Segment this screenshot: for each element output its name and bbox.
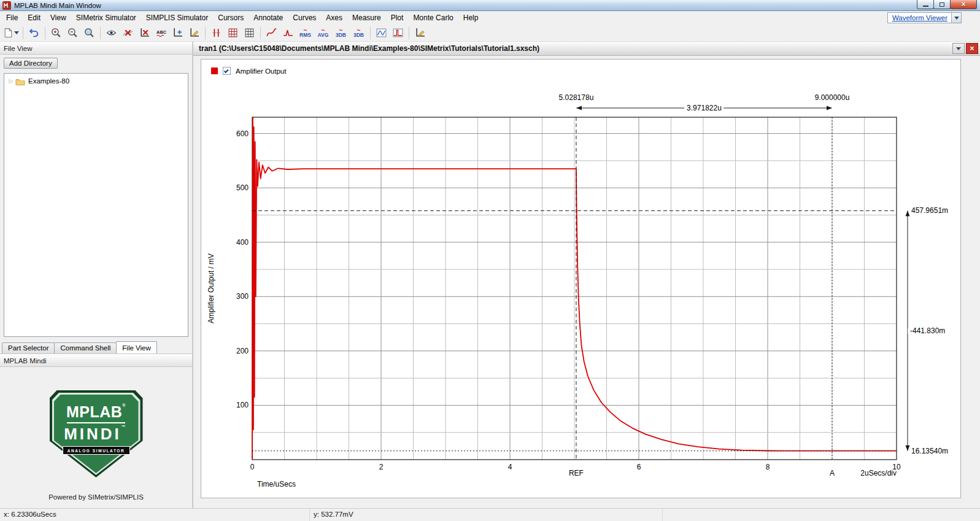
y-tick-label: 600	[236, 129, 249, 138]
measure-avg-button[interactable]: ~AVG	[315, 26, 331, 41]
grid-options-button[interactable]	[242, 26, 257, 41]
delete-curve-icon	[123, 28, 133, 38]
logo-banner: ANALOG SIMULATOR	[63, 446, 130, 455]
menu-item-simplis-simulator[interactable]: SIMPLIS Simulator	[141, 12, 213, 24]
menu-item-edit[interactable]: Edit	[23, 12, 45, 24]
edit-axis-button[interactable]	[187, 26, 202, 41]
menu-item-curves[interactable]: Curves	[288, 12, 321, 24]
axis-pencil-icon	[189, 28, 199, 38]
status-x-readout: x: 6.23306uSecs	[0, 509, 310, 521]
toolbar-separator	[260, 27, 261, 39]
add-directory-button[interactable]: Add Directory	[4, 58, 58, 69]
arrow-down-icon	[906, 446, 910, 451]
graph-grid-button[interactable]	[225, 26, 241, 41]
menu-item-monte-carlo[interactable]: Monte Carlo	[408, 12, 458, 24]
undo-button[interactable]	[26, 26, 42, 41]
tree-item-examples-80[interactable]: ▷ Examples-80	[4, 75, 188, 87]
add-directory-row: Add Directory	[0, 55, 192, 73]
menu-item-plot[interactable]: Plot	[386, 12, 409, 24]
curve-measure-button[interactable]	[264, 26, 279, 41]
chevron-down-icon	[14, 31, 19, 34]
zoom-in-icon	[51, 28, 61, 38]
measure-rms-button[interactable]: ~RMS	[297, 26, 314, 41]
tab-file-view[interactable]: File View	[116, 341, 156, 353]
cursor-ref-x-value: 5.028178u	[559, 93, 594, 102]
menu-item-axes[interactable]: Axes	[321, 12, 347, 24]
folder-icon	[15, 77, 25, 85]
add-axis-button[interactable]	[170, 26, 185, 41]
document-menu-button[interactable]	[952, 43, 965, 54]
menu-item-view[interactable]: View	[45, 12, 71, 24]
delete-curve-button[interactable]	[120, 26, 136, 41]
close-button[interactable]: ×	[950, 0, 977, 9]
measure-3db-low-button[interactable]: ~3DB	[333, 26, 349, 41]
zoom-in-button[interactable]	[48, 26, 64, 41]
menu-item-simetrix-simulator[interactable]: SIMetrix Simulator	[71, 12, 141, 24]
y-tick-label: 300	[236, 292, 249, 301]
checkmark-icon	[224, 68, 229, 73]
logo-mplab-text: MPLAB®	[50, 403, 143, 421]
transient-plot-button[interactable]	[390, 26, 406, 41]
arrow-up-icon	[906, 210, 910, 216]
toolbar-separator	[45, 27, 45, 39]
zoom-fit-button[interactable]	[82, 26, 97, 41]
title-bar: MPLAB Mindi Main Window ×	[0, 0, 980, 11]
expand-arrow-icon[interactable]: ▷	[7, 78, 15, 84]
waveform-viewer-selector[interactable]: Waveform Viewer	[887, 12, 962, 23]
toolbar-separator	[100, 27, 101, 39]
waveform-viewer-label[interactable]: Waveform Viewer	[892, 14, 947, 21]
measure-3db-high-button[interactable]: ~3DB	[350, 26, 367, 41]
document-close-button[interactable]: ×	[966, 43, 978, 54]
minimize-button[interactable]	[917, 0, 934, 9]
app-icon	[2, 1, 11, 10]
cursor-a-name: A	[830, 469, 835, 477]
doc-icon	[3, 28, 14, 38]
cursor-ref-y-value: 457.9651m	[911, 206, 948, 215]
delta-y-value: -441.830m	[910, 326, 945, 335]
menu-item-annotate[interactable]: Annotate	[249, 12, 288, 24]
curve-color-swatch	[211, 68, 218, 74]
arrow-right-icon	[827, 106, 832, 110]
zoom-out-button[interactable]	[65, 26, 80, 41]
y-tick-label: 100	[236, 401, 249, 409]
mplab-mindi-logo: MPLAB® MINDI™ ANALOG SIMULATOR	[50, 390, 143, 477]
tab-command-shell[interactable]: Command Shell	[54, 342, 117, 353]
left-panel: File View Add Directory ▷ Examples-80 Pa…	[0, 42, 193, 508]
cursor-a-y-value: 16.13540m	[911, 447, 948, 455]
tab-part-selector[interactable]: Part Selector	[2, 342, 55, 353]
document-title: tran1 (C:\Users\C15048\Documents\MPLAB M…	[199, 44, 539, 53]
x-tick-label: 6	[637, 463, 641, 471]
delta-x-value: 3.971822u	[687, 104, 722, 112]
menu-item-measure[interactable]: Measure	[347, 12, 386, 24]
eye-icon	[106, 28, 117, 38]
status-y-readout: y: 532.77mV	[310, 509, 663, 521]
curve-visibility-checkbox[interactable]	[223, 67, 231, 75]
x-axis-label: Time/uSecs	[257, 480, 296, 488]
curve-peak-button[interactable]	[280, 26, 296, 41]
annotate-button[interactable]: ABC	[153, 26, 169, 41]
menu-item-cursors[interactable]: Cursors	[213, 12, 249, 24]
tree-item-label[interactable]: Examples-80	[28, 77, 69, 85]
maximize-icon	[939, 2, 944, 7]
waveform-viewer-dropdown[interactable]	[951, 13, 961, 23]
toolbar-separator	[370, 27, 371, 39]
menu-item-file[interactable]: File	[1, 12, 23, 24]
mindi-panel-title: MPLAB Mindi	[4, 357, 47, 365]
file-view-header: File View	[0, 42, 192, 55]
document-tab-bar[interactable]: tran1 (C:\Users\C15048\Documents\MPLAB M…	[193, 42, 980, 56]
menu-item-help[interactable]: Help	[458, 12, 484, 24]
document-controls: ×	[952, 43, 978, 54]
close-icon: ×	[970, 45, 974, 52]
status-spacer	[663, 509, 980, 521]
waveform-graph: Amplifier Output 02468101002003004005006…	[201, 59, 961, 498]
waveform-window-button[interactable]	[374, 26, 389, 41]
maximize-button[interactable]	[933, 0, 951, 9]
delete-axis-button[interactable]	[137, 26, 152, 41]
new-document-button[interactable]	[2, 26, 20, 41]
cursor-toggle-button[interactable]	[209, 26, 224, 41]
minimize-icon	[923, 6, 928, 7]
define-axis-button[interactable]	[412, 26, 428, 41]
menu-items: FileEditViewSIMetrix SimulatorSIMPLIS Si…	[1, 12, 483, 24]
show-hide-curve-button[interactable]	[104, 26, 119, 41]
toolbar-separator	[205, 27, 206, 39]
